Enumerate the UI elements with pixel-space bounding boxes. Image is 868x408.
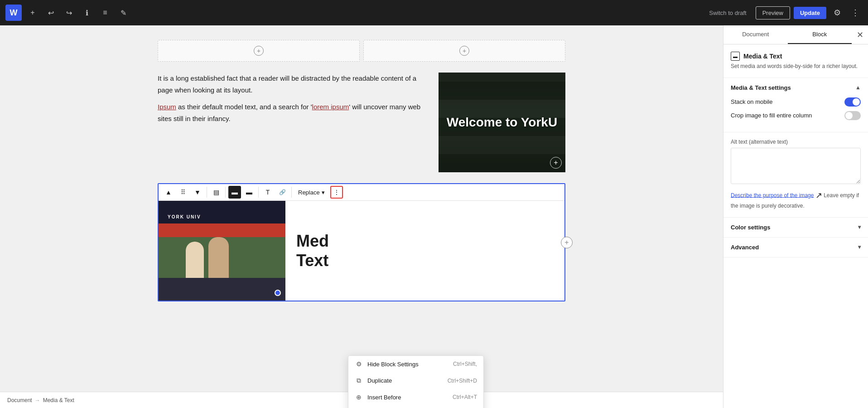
settings-button[interactable]: ⚙ xyxy=(830,5,844,20)
undo-button[interactable]: ↩ xyxy=(43,5,58,20)
move-up-button[interactable]: ▲ xyxy=(162,186,175,199)
layout-right-button[interactable]: ▬ xyxy=(243,186,256,199)
alt-text-section: Alt text (alternative text) Describe the… xyxy=(723,132,868,218)
replace-button[interactable]: Replace ▾ xyxy=(294,186,328,199)
insert-before-icon: ⊕ xyxy=(355,393,363,401)
media-text-settings-section: Media & Text settings ▲ Stack on mobile … xyxy=(723,78,868,132)
more-options-button[interactable]: ⋮ xyxy=(848,5,863,20)
hide-settings-icon: ⚙ xyxy=(355,360,363,368)
redo-button[interactable]: ↪ xyxy=(62,5,76,20)
placeholder-row: + + xyxy=(158,40,565,62)
text-align-button[interactable]: T xyxy=(261,186,274,199)
document-overview-button[interactable]: ≡ xyxy=(98,5,112,20)
drag-handle-button[interactable]: ⠿ xyxy=(177,186,189,199)
color-settings-header[interactable]: Color settings ▾ xyxy=(723,218,868,237)
more-block-options-button[interactable]: ⋮ xyxy=(330,186,343,199)
media-text-settings-header[interactable]: Media & Text settings ▲ xyxy=(723,78,868,97)
ipsum-link[interactable]: Ipsum xyxy=(158,103,176,111)
placeholder-block-1[interactable]: + xyxy=(158,40,360,62)
alt-text-content: Alt text (alternative text) Describe the… xyxy=(723,132,868,217)
replace-chevron: ▾ xyxy=(322,189,325,196)
add-block-icon-1[interactable]: + xyxy=(254,46,264,56)
upper-block-image[interactable]: Welcome to YorkU + xyxy=(439,73,565,172)
block-description: Set media and words side-by-side for a r… xyxy=(731,63,861,70)
toolbar-separator-2 xyxy=(225,187,226,198)
block-name-label: Media & Text xyxy=(743,53,782,60)
advanced-title: Advanced xyxy=(731,244,759,251)
toolbar-separator-4 xyxy=(291,187,292,198)
insert-before-shortcut: Ctrl+Alt+T xyxy=(453,394,477,400)
breadcrumb-current[interactable]: Media & Text xyxy=(43,397,74,403)
context-menu-item-insert-before[interactable]: ⊕ Insert Before Ctrl+Alt+T xyxy=(348,389,483,405)
add-block-icon-2[interactable]: + xyxy=(459,46,469,56)
tools-button[interactable]: ✎ xyxy=(116,5,130,20)
replace-label: Replace xyxy=(298,189,320,196)
image-add-button[interactable]: + xyxy=(550,157,562,169)
selected-block-image[interactable]: YORK UNIV xyxy=(159,201,285,301)
move-down-button[interactable]: ▼ xyxy=(191,186,204,199)
sidebar-header: Document Block ✕ xyxy=(723,25,868,44)
tab-block[interactable]: Block xyxy=(788,25,852,44)
crop-image-toggle[interactable] xyxy=(844,111,861,120)
sidebar-close-button[interactable]: ✕ xyxy=(852,27,868,43)
selected-block-heading: Med Text xyxy=(296,231,329,270)
media-text-block-icon: ▬ xyxy=(731,52,740,61)
editor-main: + + It is a long established fact that a… xyxy=(0,25,723,408)
preview-button[interactable]: Preview xyxy=(756,6,790,19)
info-button[interactable]: ℹ xyxy=(80,5,94,20)
duplicate-shortcut: Ctrl+Shift+D xyxy=(448,378,477,384)
upper-block-text: It is a long established fact that a rea… xyxy=(158,73,431,124)
layout: + + It is a long established fact that a… xyxy=(0,25,868,408)
media-text-settings-content: Stack on mobile Crop image to fill entir… xyxy=(723,97,868,132)
block-add-right-button[interactable]: + xyxy=(561,237,573,248)
wp-logo[interactable]: W xyxy=(5,5,22,21)
upper-paragraph-2: Ipsum as their default model text, and a… xyxy=(158,101,431,124)
stack-on-mobile-thumb xyxy=(853,98,860,106)
block-type-button[interactable]: ▤ xyxy=(210,186,222,199)
media-text-settings-chevron: ▲ xyxy=(855,84,861,91)
placeholder-block-2[interactable]: + xyxy=(363,40,565,62)
duplicate-icon: ⧉ xyxy=(355,377,363,384)
block-name-row: ▬ Media & Text xyxy=(731,52,861,61)
context-menu-item-hide-settings[interactable]: ⚙ Hide Block Settings Ctrl+Shift, xyxy=(348,356,483,372)
breadcrumb-document[interactable]: Document xyxy=(7,397,32,403)
upper-media-text-block[interactable]: It is a long established fact that a rea… xyxy=(158,73,565,172)
tab-document[interactable]: Document xyxy=(723,25,788,44)
layout-left-button[interactable]: ▬ xyxy=(228,186,241,199)
color-settings-chevron: ▾ xyxy=(858,224,861,230)
switch-to-draft-button[interactable]: Switch to draft xyxy=(704,7,752,19)
image-overlay-text: Welcome to YorkU xyxy=(447,115,557,130)
stack-on-mobile-toggle[interactable] xyxy=(844,97,861,107)
selected-block-content: YORK UNIV Med Text xyxy=(159,201,564,301)
selected-block-text-area[interactable]: Med Text xyxy=(285,201,564,301)
crop-image-thumb xyxy=(845,112,853,119)
stack-on-mobile-row: Stack on mobile xyxy=(731,97,861,107)
color-settings-section: Color settings ▾ xyxy=(723,218,868,238)
topbar: W + ↩ ↪ ℹ ≡ ✎ Switch to draft Preview Up… xyxy=(0,0,868,25)
editor-content: + + It is a long established fact that a… xyxy=(158,40,565,301)
selected-media-text-block[interactable]: ▲ ⠿ ▼ ▤ ▬ ▬ T 🔗 Replace xyxy=(158,183,565,301)
block-info-section: ▬ Media & Text Set media and words side-… xyxy=(723,44,868,78)
insert-before-label: Insert Before xyxy=(367,394,401,401)
alt-text-help: Describe the purpose of the image ↗ Leav… xyxy=(731,189,861,210)
toolbar-separator-3 xyxy=(258,187,259,198)
describe-purpose-link[interactable]: Describe the purpose of the image xyxy=(731,192,814,198)
alt-text-input[interactable] xyxy=(731,148,861,184)
stack-on-mobile-label: Stack on mobile xyxy=(731,98,773,105)
link-button[interactable]: 🔗 xyxy=(276,186,289,199)
advanced-header[interactable]: Advanced ▾ xyxy=(723,238,868,257)
lorem-ipsum-link[interactable]: lorem ipsum xyxy=(312,103,349,111)
block-toolbar: ▲ ⠿ ▼ ▤ ▬ ▬ T 🔗 Replace xyxy=(159,184,564,201)
media-text-settings-title: Media & Text settings xyxy=(731,84,791,91)
add-block-button[interactable]: + xyxy=(25,5,40,20)
alt-text-label: Alt text (alternative text) xyxy=(731,139,861,145)
context-menu-item-duplicate[interactable]: ⧉ Duplicate Ctrl+Shift+D xyxy=(348,372,483,389)
advanced-chevron: ▾ xyxy=(858,244,861,250)
upper-paragraph-1: It is a long established fact that a rea… xyxy=(158,73,431,96)
color-settings-title: Color settings xyxy=(731,224,770,231)
breadcrumb-separator: → xyxy=(35,397,40,403)
duplicate-label: Duplicate xyxy=(367,377,392,384)
sidebar: Document Block ✕ ▬ Media & Text Set medi… xyxy=(723,25,868,408)
update-button[interactable]: Update xyxy=(794,7,826,19)
context-menu-item-insert-after[interactable]: ⊕ Insert After Ctrl+Alt+Y xyxy=(348,405,483,408)
